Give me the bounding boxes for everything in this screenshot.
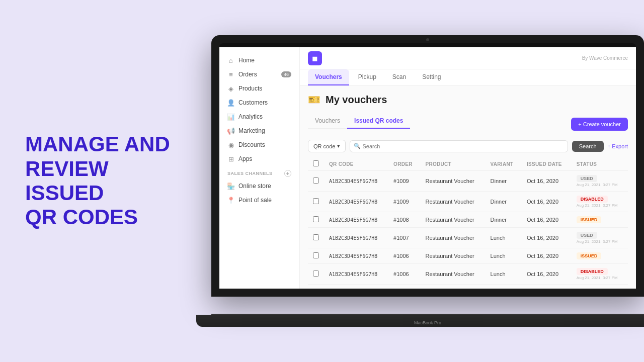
status-badge: USED xyxy=(577,175,597,182)
variant-cell: Lunch xyxy=(486,228,522,248)
status-badge: ISSUED xyxy=(577,216,602,223)
by-wave-label: By Wave Commerce xyxy=(582,55,628,61)
row-checkbox[interactable] xyxy=(313,198,319,204)
sidebar-item-home[interactable]: ⌂ Home xyxy=(219,53,299,67)
status-cell: USED Aug 21, 2021, 3:27 PM xyxy=(572,228,628,248)
sub-tabs: VouchersIssued QR codes xyxy=(308,114,410,129)
sidebar-item-discounts[interactable]: ◉ Discounts xyxy=(219,138,299,152)
main-content: ◼ By Wave Commerce VouchersPickupScanSet… xyxy=(300,47,636,289)
sidebar-item-marketing[interactable]: 📢 Marketing xyxy=(219,124,299,138)
add-sales-channel-icon[interactable]: + xyxy=(284,170,291,177)
qr-code-cell: A1B2C3D4E5F6G7H8 xyxy=(324,171,388,192)
screen-content: ⌂ Home ≡ Orders 46 ◈ Products 👤 Customer… xyxy=(219,47,636,289)
tab-setting[interactable]: Setting xyxy=(415,69,448,85)
sidebar-item-point-of-sale[interactable]: 📍 Point of sale xyxy=(219,193,299,207)
issued-date-cell: Oct 16, 2020 xyxy=(522,228,572,248)
product-cell: Restaurant Voucher xyxy=(421,171,486,192)
sidebar-item-apps[interactable]: ⊞ Apps xyxy=(219,152,299,166)
table-row: A1B2C3D4E5F6G7H8#1008Restaurant VoucherD… xyxy=(308,212,628,228)
variant-cell: Lunch xyxy=(486,264,522,285)
products-icon: ◈ xyxy=(227,85,234,92)
export-button[interactable]: ↑ Export xyxy=(608,143,628,149)
qr-code-cell: A1B2C3D4E5F6G7H8 xyxy=(324,212,388,228)
status-cell: DISABLED Aug 21, 2021, 3:27 PM xyxy=(572,264,628,285)
sidebar-item-customers[interactable]: 👤 Customers xyxy=(219,96,299,110)
variant-cell: Dinner xyxy=(486,171,522,192)
sub-tab-vouchers[interactable]: Vouchers xyxy=(308,114,347,129)
sidebar-item-label-online-store: Online store xyxy=(238,183,271,190)
variant-cell: Dinner xyxy=(486,192,522,212)
sidebar-item-label-discounts: Discounts xyxy=(238,141,265,148)
analytics-icon: 📊 xyxy=(227,113,234,120)
search-input[interactable] xyxy=(350,140,568,152)
order-cell: #1009 xyxy=(388,192,420,212)
sidebar-item-products[interactable]: ◈ Products xyxy=(219,81,299,96)
issued-date-cell: Oct 16, 2020 xyxy=(522,212,572,228)
table-row: A1B2C3D4E5F6G7H8#1006Restaurant VoucherL… xyxy=(308,264,628,285)
table-header-checkbox xyxy=(308,157,324,171)
tab-vouchers[interactable]: Vouchers xyxy=(308,69,349,85)
row-checkbox[interactable] xyxy=(313,252,319,258)
macbook-label: MacBook Pro xyxy=(414,320,441,325)
sidebar-item-online-store[interactable]: 🏪 Online store xyxy=(219,179,299,193)
table-row: A1B2C3D4E5F6G7H8#1007Restaurant VoucherL… xyxy=(308,228,628,248)
online-store-icon: 🏪 xyxy=(227,183,234,190)
table-header-order: ORDER xyxy=(388,157,420,171)
hero-panel: MANAGE AND REVIEW ISSUED QR CODES xyxy=(0,102,211,259)
voucher-icon: 🎫 xyxy=(308,94,320,106)
create-voucher-button[interactable]: + Create voucher xyxy=(571,118,628,131)
laptop-lid: ⌂ Home ≡ Orders 46 ◈ Products 👤 Customer… xyxy=(211,35,644,297)
logo-icon: ◼ xyxy=(312,54,318,62)
sidebar-item-label-apps: Apps xyxy=(238,155,252,162)
row-checkbox[interactable] xyxy=(313,234,319,240)
app-logo: ◼ xyxy=(308,51,322,65)
tab-scan[interactable]: Scan xyxy=(385,69,413,85)
sub-tab-issued-qr[interactable]: Issued QR codes xyxy=(347,114,410,129)
status-badge: DISABLED xyxy=(577,268,608,275)
row-checkbox[interactable] xyxy=(313,216,319,222)
table-header-qr-code: QR CODE xyxy=(324,157,388,171)
order-cell: #1008 xyxy=(388,212,420,228)
sidebar-item-label-home: Home xyxy=(238,57,255,64)
screen-bezel: ⌂ Home ≡ Orders 46 ◈ Products 👤 Customer… xyxy=(219,43,636,289)
app-header: ◼ By Wave Commerce xyxy=(300,47,636,69)
issued-date-cell: Oct 16, 2020 xyxy=(522,171,572,192)
search-icon: 🔍 xyxy=(354,143,361,149)
macbook-frame: ⌂ Home ≡ Orders 46 ◈ Products 👤 Customer… xyxy=(211,35,644,327)
sidebar-item-label-customers: Customers xyxy=(238,99,268,106)
product-cell: Restaurant Voucher xyxy=(421,228,486,248)
page-title-row: 🎫 My vouchers xyxy=(308,94,628,106)
product-cell: Restaurant Voucher xyxy=(421,212,486,228)
row-checkbox[interactable] xyxy=(313,177,319,184)
variant-cell: Dinner xyxy=(486,212,522,228)
qr-code-cell: A1B2C3D4E5F6G7H8 xyxy=(324,264,388,285)
issued-date-cell: Oct 16, 2020 xyxy=(522,264,572,285)
table-header-product: PRODUCT xyxy=(421,157,486,171)
tab-pickup[interactable]: Pickup xyxy=(351,69,383,85)
sidebar: ⌂ Home ≡ Orders 46 ◈ Products 👤 Customer… xyxy=(219,47,300,289)
order-cell: #1006 xyxy=(388,248,420,264)
status-sub-text: Aug 21, 2021, 3:27 PM xyxy=(577,239,623,244)
search-button[interactable]: Search xyxy=(572,141,604,152)
row-checkbox[interactable] xyxy=(313,270,319,277)
point-of-sale-icon: 📍 xyxy=(227,197,234,204)
product-cell: Restaurant Voucher xyxy=(421,248,486,264)
variant-cell: Lunch xyxy=(486,248,522,264)
sidebar-item-analytics[interactable]: 📊 Analytics xyxy=(219,110,299,124)
status-cell: USED Aug 21, 2021, 3:27 PM xyxy=(572,171,628,192)
status-badge: DISABLED xyxy=(577,196,608,203)
table-header-variant: VARIANT xyxy=(486,157,522,171)
macbook-wrapper: ⌂ Home ≡ Orders 46 ◈ Products 👤 Customer… xyxy=(211,0,644,362)
status-cell: ISSUED xyxy=(572,248,628,264)
tabs-bar: VouchersPickupScanSetting xyxy=(300,69,636,85)
qr-code-dropdown[interactable]: QR code ▾ xyxy=(308,140,346,152)
select-all-checkbox[interactable] xyxy=(313,160,319,166)
product-cell: Restaurant Voucher xyxy=(421,192,486,212)
marketing-icon: 📢 xyxy=(227,127,234,134)
sidebar-item-orders[interactable]: ≡ Orders 46 xyxy=(219,67,299,81)
sidebar-item-label-point-of-sale: Point of sale xyxy=(238,197,272,204)
order-cell: #1006 xyxy=(388,264,420,285)
table-row: A1B2C3D4E5F6G7H8#1009Restaurant VoucherD… xyxy=(308,171,628,192)
laptop-base: MacBook Pro xyxy=(196,315,644,327)
status-badge: USED xyxy=(577,232,597,239)
